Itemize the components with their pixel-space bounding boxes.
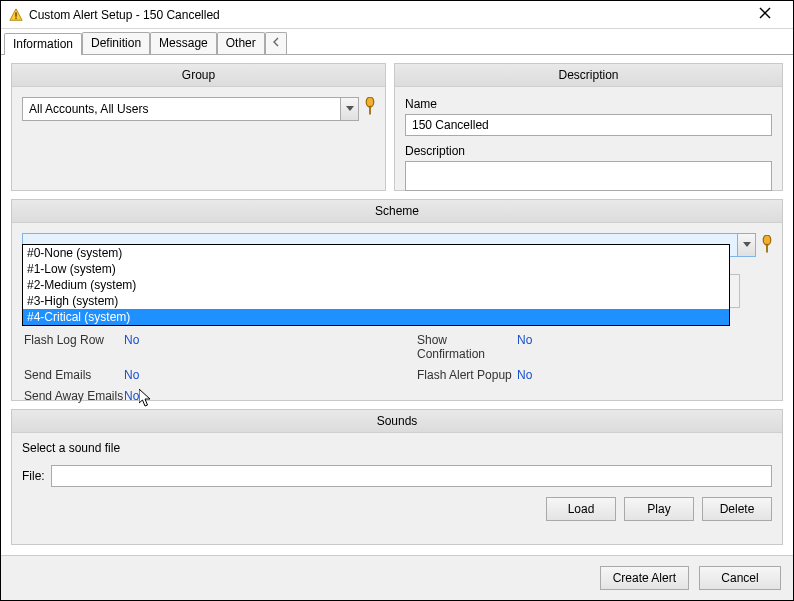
delete-button[interactable]: Delete: [702, 497, 772, 521]
file-label: File:: [22, 469, 45, 483]
sounds-section: Sounds Select a sound file File: Load Pl…: [11, 409, 783, 545]
file-input[interactable]: [51, 465, 772, 487]
description-input[interactable]: [405, 161, 772, 191]
svg-point-9: [763, 235, 771, 245]
group-combo-text: All Accounts, All Users: [23, 102, 340, 116]
group-header: Group: [12, 64, 385, 87]
svg-rect-2: [15, 17, 16, 18]
setting-send-away-emails: Send Away EmailsNo: [24, 389, 377, 403]
svg-rect-7: [369, 106, 371, 115]
setting-flash-alert-popup: Flash Alert PopupNo: [417, 368, 770, 382]
scheme-option-4[interactable]: #4-Critical (system): [23, 309, 729, 325]
scheme-option-2[interactable]: #2-Medium (system): [23, 277, 729, 293]
scheme-combo-button[interactable]: [737, 234, 755, 256]
warning-icon: [9, 8, 23, 22]
close-icon: [759, 7, 771, 19]
group-combo[interactable]: All Accounts, All Users: [22, 97, 359, 121]
svg-marker-8: [743, 242, 751, 247]
chevron-down-icon: [743, 242, 751, 248]
svg-rect-10: [766, 244, 768, 253]
dialog-window: Custom Alert Setup - 150 Cancelled Infor…: [0, 0, 794, 601]
group-combo-button[interactable]: [340, 98, 358, 120]
sounds-header: Sounds: [12, 410, 782, 433]
tab-strip: Information Definition Message Other: [1, 29, 793, 55]
tab-overflow-button[interactable]: [265, 32, 287, 54]
name-input[interactable]: [405, 114, 772, 136]
scheme-header: Scheme: [12, 200, 782, 223]
tab-information[interactable]: Information: [4, 33, 82, 55]
setting-show-confirmation: Show ConfirmationNo: [417, 333, 770, 361]
svg-point-6: [366, 97, 374, 107]
sounds-prompt: Select a sound file: [22, 441, 120, 455]
close-button[interactable]: [745, 7, 785, 22]
create-alert-button[interactable]: Create Alert: [600, 566, 689, 590]
dialog-body: Group All Accounts, All Users Descriptio…: [1, 55, 793, 555]
scheme-option-3[interactable]: #3-High (system): [23, 293, 729, 309]
play-button[interactable]: Play: [624, 497, 694, 521]
svg-rect-1: [15, 12, 16, 16]
titlebar: Custom Alert Setup - 150 Cancelled: [1, 1, 793, 29]
dialog-footer: Create Alert Cancel: [1, 555, 793, 600]
description-header: Description: [395, 64, 782, 87]
description-label: Description: [405, 144, 772, 158]
scheme-option-1[interactable]: #1-Low (system): [23, 261, 729, 277]
chevron-down-icon: [346, 106, 354, 112]
scheme-dropdown-list: #0-None (system) #1-Low (system) #2-Medi…: [22, 244, 730, 326]
setting-send-emails: Send EmailsNo: [24, 368, 377, 382]
cancel-button[interactable]: Cancel: [699, 566, 781, 590]
name-label: Name: [405, 97, 772, 111]
load-button[interactable]: Load: [546, 497, 616, 521]
tab-message[interactable]: Message: [150, 32, 217, 54]
scheme-option-0[interactable]: #0-None (system): [23, 245, 729, 261]
setting-flash-log-row: Flash Log RowNo: [24, 333, 377, 361]
chevron-left-icon: [272, 37, 280, 47]
group-section: Group All Accounts, All Users: [11, 63, 386, 191]
window-title: Custom Alert Setup - 150 Cancelled: [29, 8, 745, 22]
scheme-pin-icon[interactable]: [762, 235, 772, 255]
group-pin-icon[interactable]: [365, 97, 375, 117]
tab-definition[interactable]: Definition: [82, 32, 150, 54]
tab-other[interactable]: Other: [217, 32, 265, 54]
description-section: Description Name Description: [394, 63, 783, 191]
svg-marker-5: [346, 106, 354, 111]
scheme-section: Scheme #0-None (system) #: [11, 199, 783, 401]
